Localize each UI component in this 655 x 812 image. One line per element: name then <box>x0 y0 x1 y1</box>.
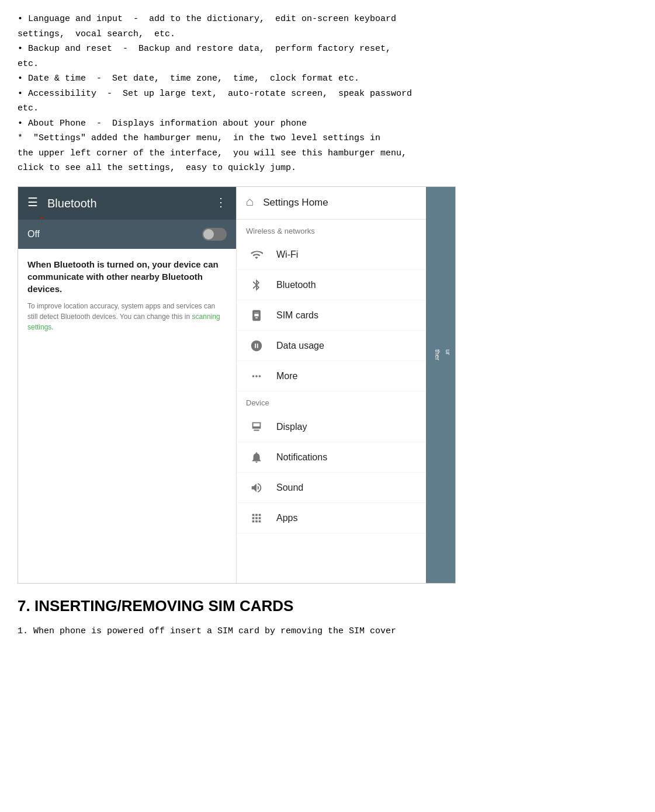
wireless-section-label: Wireless & networks <box>237 220 455 240</box>
home-icon: ⌂ <box>246 192 254 213</box>
sound-icon <box>246 477 267 498</box>
menu-item-sim[interactable]: SIM cards <box>237 300 455 331</box>
menu-item-data[interactable]: Data usage <box>237 331 455 361</box>
apps-label: Apps <box>276 511 297 526</box>
wifi-icon <box>246 244 267 265</box>
settings-panel: urtherpsg ⌂ Settings Home ⋮ Wireless & n… <box>237 187 455 583</box>
more-label: More <box>276 369 297 384</box>
settings-header: ⌂ Settings Home ⋮ <box>237 187 455 220</box>
bluetooth-info-sub: To improve location accuracy, system app… <box>27 301 227 332</box>
data-label: Data usage <box>276 338 324 353</box>
settings-home-label: Settings Home <box>263 195 434 210</box>
bluetooth-info-sub-text: To improve location accuracy, system app… <box>27 302 215 321</box>
section7-paragraph: 1. When phone is powered off insert a SI… <box>18 624 637 639</box>
notifications-icon <box>246 447 267 468</box>
menu-item-wifi[interactable]: Wi-Fi <box>237 240 455 270</box>
hamburger-icon[interactable]: ☰ ↑ <box>27 194 38 213</box>
section7-heading: 7. INSERTING/REMOVING SIM CARDS <box>18 594 637 619</box>
bluetooth-menu-icon <box>246 275 267 296</box>
sim-icon <box>246 305 267 326</box>
bluetooth-info-after: . <box>51 323 53 331</box>
right-overlay: urtherpsg <box>426 187 455 583</box>
off-label: Off <box>27 227 202 242</box>
menu-item-bluetooth[interactable]: Bluetooth <box>237 270 455 300</box>
overlay-text: urtherpsg <box>428 349 453 360</box>
menu-item-sound[interactable]: Sound <box>237 473 455 503</box>
more-icon <box>246 366 267 387</box>
bluetooth-menu-label: Bluetooth <box>276 277 316 293</box>
bluetooth-off-row: Off <box>18 220 236 249</box>
data-usage-icon <box>246 335 267 356</box>
sim-label: SIM cards <box>276 308 318 323</box>
sound-label: Sound <box>276 480 303 495</box>
toggle-thumb <box>203 229 214 240</box>
device-section-label: Device <box>237 391 455 412</box>
intro-text-block: • Language and input - add to the dictio… <box>18 12 637 176</box>
bluetooth-info-title: When Bluetooth is turned on, your device… <box>27 258 227 295</box>
apps-icon <box>246 508 267 529</box>
menu-item-apps[interactable]: Apps <box>237 503 455 533</box>
more-options-icon[interactable]: ⋮ <box>215 194 227 213</box>
red-arrow: ↑ <box>38 210 46 231</box>
bluetooth-header: ☰ ↑ Bluetooth ⋮ <box>18 187 236 220</box>
wifi-label: Wi-Fi <box>276 247 298 262</box>
bluetooth-content: When Bluetooth is turned on, your device… <box>18 249 236 583</box>
display-icon <box>246 417 267 438</box>
bluetooth-panel: ☰ ↑ Bluetooth ⋮ Off When Bluetooth is tu… <box>18 187 237 583</box>
display-label: Display <box>276 419 307 435</box>
menu-item-more[interactable]: More <box>237 361 455 391</box>
notifications-label: Notifications <box>276 450 327 465</box>
bluetooth-toggle[interactable] <box>202 228 227 241</box>
menu-item-notifications[interactable]: Notifications <box>237 442 455 473</box>
menu-item-display[interactable]: Display <box>237 412 455 442</box>
bluetooth-title: Bluetooth <box>47 194 206 213</box>
screenshot-container: ☰ ↑ Bluetooth ⋮ Off When Bluetooth is tu… <box>18 186 456 584</box>
